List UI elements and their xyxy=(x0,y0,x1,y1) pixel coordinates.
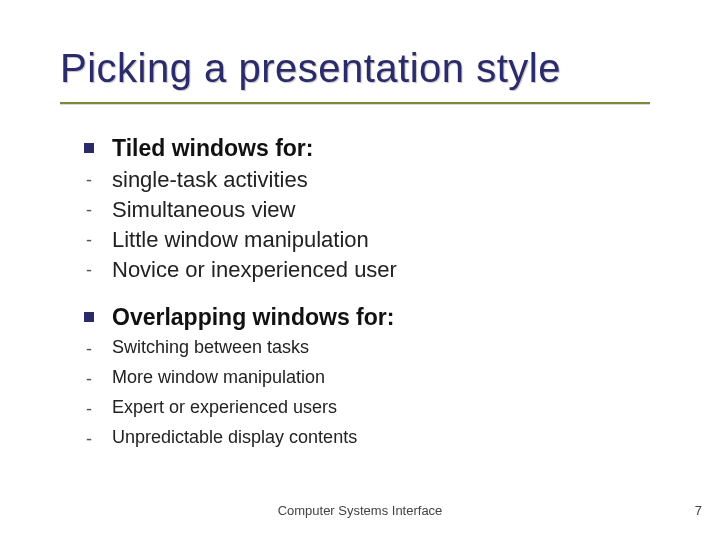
slide-body: Tiled windows for: - single-task activit… xyxy=(84,135,660,473)
list-item: - More window manipulation xyxy=(84,365,660,393)
list-item-text: Unpredictable display contents xyxy=(112,425,357,450)
dash-bullet-icon: - xyxy=(84,395,94,423)
list-item-text: Switching between tasks xyxy=(112,335,309,360)
list-item: - Novice or inexperienced user xyxy=(84,256,660,284)
list-item: - Little window manipulation xyxy=(84,226,660,254)
section-heading: Tiled windows for: xyxy=(112,135,313,162)
list-item-text: Expert or experienced users xyxy=(112,395,337,420)
square-bullet-icon xyxy=(84,143,94,153)
dash-bullet-icon: - xyxy=(84,166,94,194)
list-item: - single-task activities xyxy=(84,166,660,194)
dash-bullet-icon: - xyxy=(84,256,94,284)
page-number: 7 xyxy=(695,503,702,518)
dash-bullet-icon: - xyxy=(84,425,94,453)
slide-title: Picking a presentation style xyxy=(60,46,680,91)
dash-bullet-icon: - xyxy=(84,335,94,363)
dash-bullet-icon: - xyxy=(84,365,94,393)
list-item: - Simultaneous view xyxy=(84,196,660,224)
footer-text: Computer Systems Interface xyxy=(0,503,720,518)
list-item-text: Simultaneous view xyxy=(112,196,295,224)
section-heading: Overlapping windows for: xyxy=(112,304,394,331)
list-item-text: Novice or inexperienced user xyxy=(112,256,397,284)
slide: Picking a presentation style Tiled windo… xyxy=(0,0,720,540)
square-bullet-icon xyxy=(84,312,94,322)
heading-row: Overlapping windows for: xyxy=(84,304,660,331)
list-item-text: More window manipulation xyxy=(112,365,325,390)
section-overlapping: Overlapping windows for: - Switching bet… xyxy=(84,304,660,453)
list-item: - Switching between tasks xyxy=(84,335,660,363)
list-item-text: single-task activities xyxy=(112,166,308,194)
section-tiled: Tiled windows for: - single-task activit… xyxy=(84,135,660,284)
heading-row: Tiled windows for: xyxy=(84,135,660,162)
dash-bullet-icon: - xyxy=(84,196,94,224)
list-item: - Unpredictable display contents xyxy=(84,425,660,453)
title-underline xyxy=(60,102,650,104)
list-item: - Expert or experienced users xyxy=(84,395,660,423)
list-item-text: Little window manipulation xyxy=(112,226,369,254)
dash-bullet-icon: - xyxy=(84,226,94,254)
